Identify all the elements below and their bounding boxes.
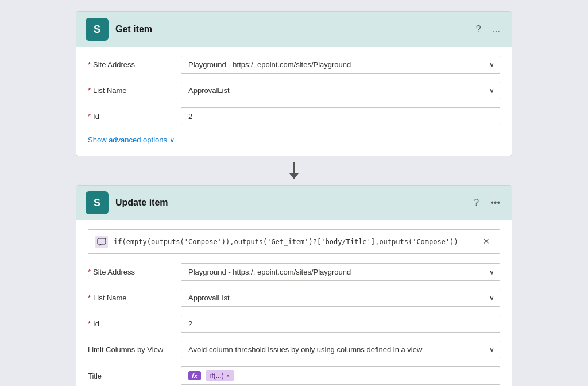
- limit-columns-row: Limit Columns by View Avoid column thres…: [88, 341, 500, 358]
- connector-arrow: [289, 156, 299, 185]
- limit-columns-select[interactable]: Avoid column threshold issues by only us…: [181, 341, 500, 358]
- connector-line: [293, 162, 295, 173]
- get-item-list-name-row: *List Name ApprovalList ∨: [88, 82, 500, 99]
- update-item-site-address-control: Playground - https:/, epoint.com/sites/P…: [181, 263, 500, 281]
- update-item-more-button[interactable]: •••: [488, 195, 502, 210]
- get-item-more-button[interactable]: ...: [490, 22, 502, 37]
- update-item-title: Update item: [115, 198, 465, 208]
- show-advanced-chevron-icon: ∨: [169, 136, 175, 144]
- fx-badge: fx: [188, 371, 201, 380]
- title-row: Title fx if(...) ×: [88, 366, 500, 385]
- if-chip-label: if(...): [210, 372, 224, 380]
- get-item-site-address-control: Playground - https:/, epoint.com/sites/P…: [181, 56, 500, 74]
- if-chip-close-icon[interactable]: ×: [226, 372, 230, 379]
- get-item-card: S Get item ? ... *Site Address P: [76, 11, 512, 156]
- expression-close-button[interactable]: ×: [479, 234, 493, 249]
- help-icon: ?: [476, 24, 481, 34]
- more-icon-2: •••: [490, 198, 500, 208]
- expression-bar: if(empty(outputs('Compose')),outputs('Ge…: [88, 229, 500, 254]
- svg-rect-0: [98, 238, 106, 244]
- update-item-id-label: *Id: [88, 319, 174, 328]
- update-item-id-control: [181, 315, 500, 333]
- if-chip: if(...) ×: [206, 370, 234, 381]
- get-item-id-label: *Id: [88, 112, 174, 121]
- get-item-site-address-row: *Site Address Playground - https:/, epoi…: [88, 56, 500, 74]
- flow-container: S Get item ? ... *Site Address P: [76, 11, 512, 386]
- update-item-site-address-row: *Site Address Playground - https:/, epoi…: [88, 263, 500, 281]
- title-control: fx if(...) ×: [181, 366, 500, 385]
- get-item-help-button[interactable]: ?: [474, 22, 483, 37]
- get-item-title: Get item: [115, 24, 467, 34]
- get-item-id-row: *Id: [88, 107, 500, 125]
- get-item-id-control: [181, 107, 500, 125]
- get-item-list-name-label: *List Name: [88, 86, 174, 95]
- title-label: Title: [88, 372, 174, 380]
- update-item-help-button[interactable]: ?: [471, 195, 481, 210]
- show-advanced-button[interactable]: Show advanced options ∨: [88, 133, 175, 146]
- update-item-list-name-row: *List Name ApprovalList ∨: [88, 289, 500, 307]
- update-item-list-name-select[interactable]: ApprovalList: [181, 289, 500, 307]
- update-item-list-name-label: *List Name: [88, 294, 174, 302]
- expression-chat-icon: [95, 236, 108, 248]
- update-item-id-input[interactable]: [181, 315, 500, 333]
- show-advanced-label: Show advanced options: [88, 136, 167, 144]
- get-item-list-name-control: ApprovalList ∨: [181, 82, 500, 99]
- get-item-icon: S: [86, 18, 109, 41]
- get-item-body: *Site Address Playground - https:/, epoi…: [76, 47, 512, 156]
- get-item-site-address-label: *Site Address: [88, 60, 174, 69]
- get-item-site-address-select[interactable]: Playground - https:/, epoint.com/sites/P…: [181, 56, 500, 74]
- update-item-site-address-select[interactable]: Playground - https:/, epoint.com/sites/P…: [181, 263, 500, 281]
- help-icon-2: ?: [474, 198, 479, 208]
- more-icon: ...: [493, 24, 500, 34]
- update-item-actions: ? •••: [471, 195, 502, 210]
- get-item-id-input[interactable]: [181, 107, 500, 125]
- expression-text: if(empty(outputs('Compose')),outputs('Ge…: [114, 238, 474, 246]
- get-item-header: S Get item ? ...: [76, 12, 512, 47]
- update-item-icon: S: [86, 191, 109, 214]
- get-item-list-name-select[interactable]: ApprovalList: [181, 82, 500, 99]
- get-item-actions: ? ...: [474, 22, 502, 37]
- title-expression-field[interactable]: fx if(...) ×: [181, 366, 500, 385]
- limit-columns-control: Avoid column threshold issues by only us…: [181, 341, 500, 358]
- update-item-id-row: *Id: [88, 315, 500, 333]
- update-item-header: S Update item ? •••: [76, 186, 512, 220]
- expression-close-icon: ×: [483, 236, 489, 247]
- connector-arrowhead: [289, 173, 299, 179]
- limit-columns-label: Limit Columns by View: [88, 345, 174, 354]
- update-item-card: S Update item ? •••: [76, 185, 512, 386]
- update-item-list-name-control: ApprovalList ∨: [181, 289, 500, 307]
- update-item-body: if(empty(outputs('Compose')),outputs('Ge…: [76, 220, 512, 386]
- update-item-site-address-label: *Site Address: [88, 268, 174, 276]
